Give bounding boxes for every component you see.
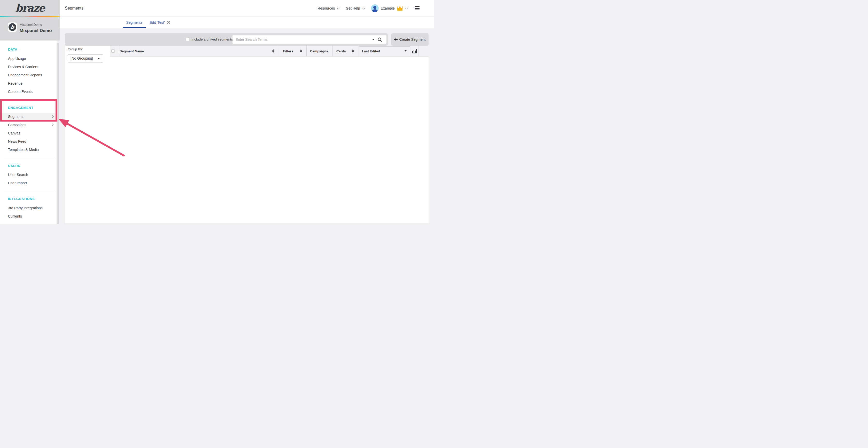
column-label: Campaigns: [310, 49, 328, 53]
column-header-segment-name[interactable]: Segment Name: [120, 46, 144, 57]
column-divider: [410, 46, 410, 57]
segments-filter-bar: Include archived segments: [65, 33, 388, 46]
column-divider: [278, 46, 278, 57]
sidebar-item-3rd-party-integrations[interactable]: 3rd Party Integrations: [0, 204, 57, 212]
workspace-app-letter: b: [8, 23, 16, 31]
select-caret-icon: [97, 58, 100, 59]
page-title: Segments: [65, 0, 84, 16]
tab-label: Edit 'Test': [150, 21, 165, 25]
tab-edit-test[interactable]: Edit 'Test': [148, 16, 172, 28]
tab-segments[interactable]: Segments: [123, 16, 146, 28]
sidebar-item-label: Campaigns: [8, 123, 26, 127]
sidebar-item-devices-carriers[interactable]: Devices & Carriers: [0, 63, 57, 71]
sidebar-item-campaigns[interactable]: Campaigns: [0, 121, 57, 129]
search-dropdown-caret-icon[interactable]: [372, 39, 375, 40]
user-name: Example: [381, 6, 395, 10]
section-header-integrations: INTEGRATIONS: [8, 196, 35, 202]
include-archived-checkbox[interactable]: [186, 38, 189, 41]
search-icon[interactable]: [377, 37, 382, 42]
braze-logo[interactable]: braze: [0, 0, 60, 16]
column-label: Cards: [336, 49, 346, 53]
include-archived-label: Include archived segments: [191, 33, 233, 46]
table-header-row: Segment Name Filters Campaigns Cards Las…: [110, 46, 429, 57]
sidebar-item-segments[interactable]: Segments: [0, 113, 57, 120]
top-bar: Segments Resources Get Help Example: [60, 0, 434, 16]
sort-icon[interactable]: [300, 49, 302, 53]
column-divider: [306, 46, 307, 57]
chevron-right-icon: [51, 115, 54, 118]
get-help-label: Get Help: [346, 6, 360, 10]
chevron-down-icon: [337, 6, 340, 9]
segments-table: Segment Name Filters Campaigns Cards Las…: [110, 46, 429, 223]
sidebar-header: braze b Mixpanel Demo Mixpanel Demo: [0, 0, 60, 40]
create-segment-label: Create Segment: [399, 37, 426, 41]
sidebar-item-canvas[interactable]: Canvas: [0, 129, 57, 137]
crown-icon: [397, 6, 403, 11]
resources-menu[interactable]: Resources: [317, 6, 339, 10]
bar-chart-icon[interactable]: [412, 49, 417, 54]
chevron-right-icon: [51, 124, 54, 126]
sidebar-item-news-feed[interactable]: News Feed: [0, 138, 57, 145]
chevron-down-icon: [405, 6, 408, 9]
sidebar-item-user-import[interactable]: User Import: [0, 179, 57, 187]
column-header-last-edited[interactable]: Last Edited: [362, 46, 380, 57]
get-help-menu[interactable]: Get Help: [346, 6, 364, 10]
hamburger-menu-icon[interactable]: [415, 6, 420, 10]
workspace-app-icon: b: [8, 23, 17, 32]
select-all-checkbox[interactable]: [111, 49, 115, 53]
column-label: Last Edited: [362, 49, 380, 53]
workspace-label: Mixpanel Demo: [20, 23, 42, 27]
divider: [4, 158, 55, 158]
column-label: Segment Name: [120, 49, 144, 53]
active-tab-indicator: [123, 27, 146, 28]
search-input[interactable]: [232, 35, 386, 44]
section-header-data: DATA: [8, 47, 17, 52]
sidebar-scrollbar-thumb[interactable]: [57, 43, 59, 224]
top-bar-right: Resources Get Help Example: [317, 0, 420, 16]
column-label: Filters: [283, 49, 293, 53]
sidebar-item-currents[interactable]: Currents: [0, 212, 57, 220]
workspace-selector[interactable]: Mixpanel Demo: [20, 28, 52, 33]
column-divider: [359, 46, 359, 57]
group-by-label: Group By:: [68, 47, 83, 51]
sort-desc-caret-icon[interactable]: [405, 50, 407, 51]
plus-icon: [394, 38, 398, 41]
close-tab-icon[interactable]: [167, 21, 170, 24]
sort-icon[interactable]: [352, 49, 354, 53]
group-by-panel: Group By: [No Grouping]: [65, 46, 110, 223]
group-by-select[interactable]: [No Grouping]: [68, 55, 103, 63]
sidebar-item-user-search[interactable]: User Search: [0, 171, 57, 179]
column-header-filters[interactable]: Filters: [283, 46, 293, 57]
divider: [4, 100, 55, 100]
brand-gradient-divider: [0, 16, 60, 17]
sidebar-item-templates-media[interactable]: Templates & Media: [0, 146, 57, 153]
column-divider: [418, 46, 419, 57]
create-segment-button[interactable]: Create Segment: [391, 33, 429, 46]
sidebar-item-app-usage[interactable]: App Usage: [0, 55, 57, 63]
braze-dashboard: Segments Resources Get Help Example: [0, 0, 434, 224]
resources-label: Resources: [317, 6, 335, 10]
sidebar-item-label: Segments: [8, 114, 24, 119]
user-menu[interactable]: Example: [371, 4, 407, 12]
braze-logo-text: braze: [15, 2, 46, 14]
sort-icon[interactable]: [272, 49, 274, 53]
tab-bar: Segments Edit 'Test': [60, 16, 434, 28]
sidebar-item-engagement-reports[interactable]: Engagement Reports: [0, 71, 57, 79]
avatar: [371, 4, 379, 12]
section-header-engagement: ENGAGEMENT: [8, 105, 33, 110]
chevron-down-icon: [362, 6, 365, 9]
tab-label: Segments: [126, 21, 142, 25]
sidebar-item-revenue[interactable]: Revenue: [0, 79, 57, 87]
column-header-campaigns[interactable]: Campaigns: [310, 46, 328, 57]
group-by-value: [No Grouping]: [70, 56, 93, 60]
column-header-cards[interactable]: Cards: [336, 46, 346, 57]
section-header-users: USERS: [8, 163, 20, 169]
search-field: [232, 35, 386, 44]
sidebar-item-custom-events[interactable]: Custom Events: [0, 88, 57, 96]
